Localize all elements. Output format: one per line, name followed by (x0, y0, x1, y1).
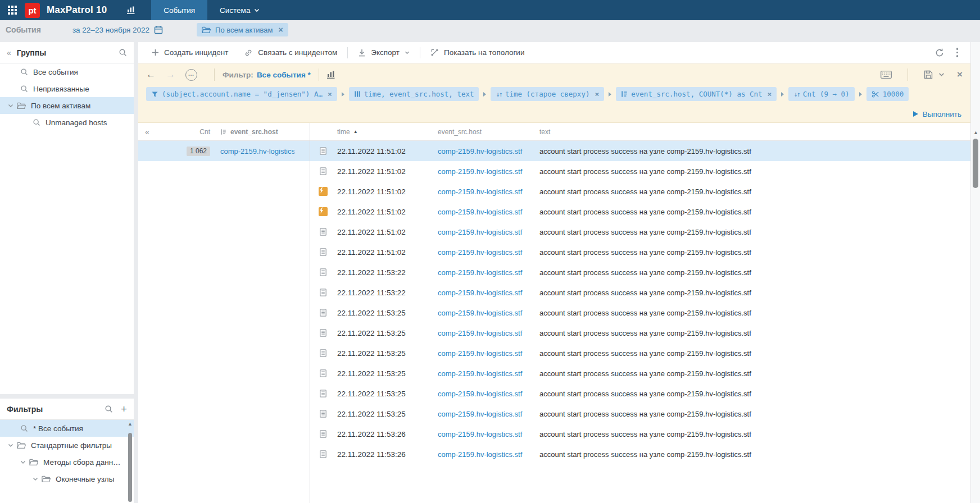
event-row[interactable]: 22.11.2022 11:53:25 comp-2159.hv-logisti… (310, 323, 970, 343)
dashboard-chart-icon[interactable] (127, 6, 135, 14)
event-host-link[interactable]: comp-2159.hv-logistics.stf (438, 188, 539, 196)
apps-grid-icon[interactable] (0, 0, 25, 20)
query-chip[interactable]: ↓↑ (subject.account.name = "d_jensen") A… (146, 87, 337, 101)
asset-group-chip[interactable]: По всем активам × (197, 23, 288, 36)
aggregation-row[interactable]: 1 062 comp-2159.hv-logistics.… (138, 141, 310, 161)
filter-tree-item[interactable]: Методы сбора данн… (0, 454, 134, 470)
query-chip[interactable]: ↓↑ 10000 × (866, 87, 909, 101)
event-row[interactable]: 22.11.2022 11:51:02 comp-2159.hv-logisti… (310, 202, 970, 222)
host-column-header[interactable]: event_src.host (438, 128, 539, 136)
event-row[interactable]: 22.11.2022 11:53:25 comp-2159.hv-logisti… (310, 343, 970, 363)
execute-button[interactable]: Выполнить (913, 110, 961, 118)
create-incident-button[interactable]: Создать инцидент (144, 42, 236, 63)
event-host-link[interactable]: comp-2159.hv-logistics.stf (438, 228, 539, 236)
group-tree-item[interactable]: Непривязанные (0, 80, 134, 97)
search-icon[interactable] (105, 405, 113, 413)
close-icon[interactable]: × (279, 25, 283, 34)
add-filter-icon[interactable]: + (121, 404, 127, 414)
collapse-panel-icon[interactable]: « (7, 48, 11, 57)
export-button[interactable]: Экспорт (350, 42, 418, 63)
event-row[interactable]: 22.11.2022 11:53:22 comp-2159.hv-logisti… (310, 262, 970, 282)
event-host-link[interactable]: comp-2159.hv-logistics.stf (438, 390, 539, 398)
event-row[interactable]: 22.11.2022 11:51:02 comp-2159.hv-logisti… (310, 242, 970, 262)
query-chip[interactable]: ↓↑ event_src.host, COUNT(*) as Cnt × (616, 87, 777, 101)
close-icon[interactable]: × (595, 90, 599, 98)
filter-tree-item[interactable]: Оконечные узлы (0, 470, 134, 487)
event-host-link[interactable]: comp-2159.hv-logistics.stf (438, 248, 539, 257)
scroll-thumb[interactable] (128, 433, 132, 502)
event-row[interactable]: 22.11.2022 11:51:02 comp-2159.hv-logisti… (310, 222, 970, 242)
event-host-link[interactable]: comp-2159.hv-logistics.stf (438, 147, 539, 156)
scroll-up-icon[interactable]: ▲ (973, 130, 978, 135)
event-host-link[interactable]: comp-2159.hv-logistics.stf (438, 167, 539, 176)
event-host-link[interactable]: comp-2159.hv-logistics.stf (438, 208, 539, 216)
event-row[interactable]: 22.11.2022 11:51:02 comp-2159.hv-logisti… (310, 181, 970, 202)
group-tree-item[interactable]: Все события (0, 63, 134, 80)
collapse-panel-icon[interactable]: « (145, 127, 148, 136)
scroll-thumb[interactable] (973, 139, 978, 188)
save-dropdown-chevron-icon[interactable] (938, 72, 945, 77)
cnt-column-header[interactable]: Cnt (154, 128, 210, 136)
forward-icon[interactable]: → (166, 69, 175, 80)
text-column-header[interactable]: text (539, 128, 970, 136)
event-row[interactable]: 22.11.2022 11:53:25 comp-2159.hv-logisti… (310, 363, 970, 383)
keyboard-icon[interactable] (881, 71, 892, 79)
refresh-icon[interactable] (935, 48, 944, 57)
chevron-down-icon[interactable] (8, 443, 13, 447)
event-host-link[interactable]: comp-2159.hv-logistics.stf (438, 329, 539, 337)
document-icon (319, 227, 328, 236)
search-icon[interactable] (119, 48, 127, 57)
history-ellipsis-icon[interactable]: … (185, 69, 197, 81)
host-column-header[interactable]: event_src.host (210, 128, 310, 136)
filter-tree-item[interactable]: Стандартные фильтры (0, 437, 134, 454)
asset-group-chip-label: По всем активам (215, 26, 273, 34)
scroll-up-icon[interactable]: ▲ (128, 421, 133, 427)
pt-logo[interactable]: pt (25, 3, 40, 18)
event-host-link[interactable]: comp-2159.hv-logistics.stf (438, 349, 539, 358)
group-tree-item[interactable]: Unmanaged hosts (0, 114, 134, 131)
close-icon[interactable]: × (328, 90, 332, 98)
host-link[interactable]: comp-2159.hv-logistics.… (210, 147, 294, 156)
close-query-icon[interactable]: × (957, 69, 963, 80)
tab-events[interactable]: События (151, 0, 207, 20)
event-row[interactable]: 22.11.2022 11:51:02 comp-2159.hv-logisti… (310, 161, 970, 181)
save-icon[interactable] (924, 70, 933, 79)
filter-name-link[interactable]: Все события * (257, 71, 311, 79)
show-topology-button[interactable]: Показать на топологии (423, 42, 532, 63)
query-chip[interactable]: ↓↑ time (старое сверху) × (491, 87, 604, 101)
tab-system[interactable]: Система (207, 0, 272, 20)
event-row[interactable]: 22.11.2022 11:53:25 comp-2159.hv-logisti… (310, 383, 970, 404)
event-host-link[interactable]: comp-2159.hv-logistics.stf (438, 450, 539, 459)
chevron-down-icon[interactable] (8, 104, 13, 108)
event-host-link[interactable]: comp-2159.hv-logistics.stf (438, 289, 539, 297)
query-chip[interactable]: ↓↑ Cnt (9 → 0) × (788, 87, 854, 101)
event-row[interactable]: 22.11.2022 11:53:22 comp-2159.hv-logisti… (310, 282, 970, 303)
chevron-down-icon[interactable] (20, 460, 26, 464)
chip-arrow-separator (781, 92, 784, 97)
group-tree-item[interactable]: По всем активам (0, 97, 134, 114)
chevron-down-icon[interactable] (33, 477, 38, 481)
event-host-link[interactable]: comp-2159.hv-logistics.stf (438, 268, 539, 277)
filters-scrollbar[interactable]: ▲ (128, 421, 133, 502)
vertical-scrollbar[interactable]: ▲ (970, 42, 980, 503)
event-host-link[interactable]: comp-2159.hv-logistics.stf (438, 369, 539, 378)
event-host-link[interactable]: comp-2159.hv-logistics.stf (438, 430, 539, 438)
filter-tree-item[interactable]: * Все события (0, 420, 134, 437)
close-icon[interactable]: × (768, 90, 772, 98)
aggregation-panel: « Cnt event_src.host 1 062 comp-2159.hv-… (138, 123, 310, 503)
event-row[interactable]: 22.11.2022 11:51:02 comp-2159.hv-logisti… (310, 141, 970, 161)
time-column-header[interactable]: time ▲ (336, 128, 438, 136)
event-row[interactable]: 22.11.2022 11:53:25 comp-2159.hv-logisti… (310, 303, 970, 323)
event-row[interactable]: 22.11.2022 11:53:25 comp-2159.hv-logisti… (310, 404, 970, 424)
date-range-picker[interactable]: за 22–23 ноября 2022 (72, 25, 163, 34)
event-row[interactable]: 22.11.2022 11:53:26 comp-2159.hv-logisti… (310, 444, 970, 464)
event-host-link[interactable]: comp-2159.hv-logistics.stf (438, 410, 539, 418)
event-host-link[interactable]: comp-2159.hv-logistics.stf (438, 309, 539, 317)
histogram-icon[interactable] (327, 71, 335, 79)
event-row[interactable]: 22.11.2022 11:53:26 comp-2159.hv-logisti… (310, 424, 970, 444)
kebab-menu-icon[interactable] (950, 48, 965, 57)
event-text: account start process success на узле co… (539, 188, 970, 196)
back-icon[interactable]: ← (146, 69, 156, 80)
query-chip[interactable]: ↓↑ time, event_src.host, text × (349, 87, 479, 101)
link-incident-button[interactable]: Связать с инцидентом (236, 42, 345, 63)
